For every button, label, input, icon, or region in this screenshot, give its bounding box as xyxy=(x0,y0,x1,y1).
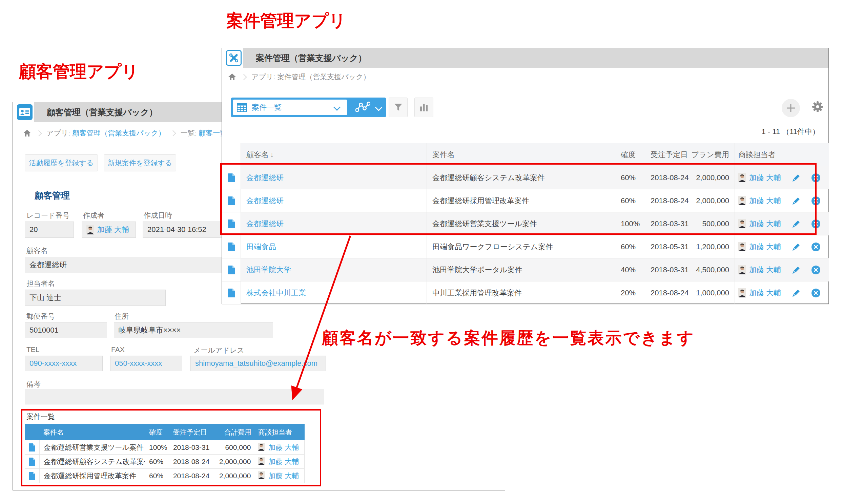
deal-table-row: 金都運総研 金都運総研採用管理改革案件 60% 2018-08-24 2,000… xyxy=(222,189,829,212)
date-cell: 2018-08-24 xyxy=(645,189,691,212)
owner-link[interactable]: 加藤 大輔 xyxy=(749,242,781,252)
owner-link[interactable]: 加藤 大輔 xyxy=(268,443,299,452)
edit-pencil-icon[interactable] xyxy=(792,173,801,182)
deal-list-title: 案件一覧 xyxy=(26,412,55,421)
customer-link[interactable]: 金都運総研 xyxy=(246,196,284,206)
home-icon[interactable] xyxy=(23,129,31,137)
screenshot-stage: 顧客管理（営業支援パック） アプリ: 顧客管理（営業支援パック） 一覧: 顧客一… xyxy=(0,0,843,504)
customer-name-label: 顧客名 xyxy=(26,246,48,255)
customer-link[interactable]: 田端食品 xyxy=(246,242,276,252)
edit-pencil-icon[interactable] xyxy=(792,265,801,274)
owner-link[interactable]: 加藤 大輔 xyxy=(749,265,781,275)
column-header-date[interactable]: 受注予定日 xyxy=(645,143,691,166)
delete-x-icon[interactable] xyxy=(811,173,821,183)
probability-cell: 100% xyxy=(615,212,645,235)
tel-link[interactable]: 090-xxxx-xxxx xyxy=(30,359,76,368)
record-number-label: レコード番号 xyxy=(26,211,70,220)
owner-link[interactable]: 加藤 大輔 xyxy=(268,457,299,466)
probability-cell: 60% xyxy=(615,235,645,258)
record-icon-cell[interactable] xyxy=(25,469,40,483)
customer-link[interactable]: 金都運総研 xyxy=(246,173,284,183)
chart-button[interactable] xyxy=(414,97,433,117)
edit-pencil-icon[interactable] xyxy=(792,288,801,298)
record-icon-cell[interactable] xyxy=(25,440,40,454)
contact-name-text: 下山 達士 xyxy=(30,293,61,303)
register-activity-button[interactable]: 活動履歴を登録する xyxy=(25,155,98,172)
edit-pencil-icon[interactable] xyxy=(792,242,801,251)
email-value: shimoyama_tatsuhito@example.com xyxy=(191,356,326,371)
actions-cell xyxy=(783,235,829,258)
cost-cell: 2,000,000 xyxy=(691,166,735,189)
cost-cell: 600,000 xyxy=(217,440,255,454)
delete-x-icon[interactable] xyxy=(811,196,821,205)
email-link[interactable]: shimoyama_tatsuhito@example.com xyxy=(195,359,318,368)
record-icon-cell[interactable] xyxy=(222,212,241,235)
record-icon-cell[interactable] xyxy=(25,454,40,468)
delete-x-icon[interactable] xyxy=(811,242,821,252)
delete-x-icon[interactable] xyxy=(811,288,821,298)
deal-table-row: 金都運総研 金都運総研営業支援ツール案件 100% 2018-03-31 500… xyxy=(222,212,829,235)
record-icon-cell[interactable] xyxy=(222,282,241,304)
column-header-customer[interactable]: 顧客名 ↓ xyxy=(241,143,427,166)
column-header-cost: 合計費用 xyxy=(217,424,255,440)
date-cell: 2018-08-24 xyxy=(169,469,217,483)
customer-link[interactable]: 金都運総研 xyxy=(246,219,284,229)
record-icon-cell[interactable] xyxy=(222,189,241,212)
probability-cell: 100% xyxy=(145,440,169,454)
probability-cell: 60% xyxy=(615,166,645,189)
home-icon[interactable] xyxy=(228,73,236,80)
creator-link[interactable]: 加藤 大輔 xyxy=(97,224,129,235)
cost-cell: 2,000,000 xyxy=(217,454,255,468)
register-deal-button[interactable]: 新規案件を登録する xyxy=(104,155,176,172)
customer-breadcrumb: アプリ: 顧客管理（営業支援パック） 一覧: 顧客一覧 レ xyxy=(23,126,250,140)
edit-pencil-icon[interactable] xyxy=(792,219,801,228)
record-icon-cell[interactable] xyxy=(222,258,241,281)
owner-link[interactable]: 加藤 大輔 xyxy=(749,196,781,206)
date-cell: 2018-05-31 xyxy=(645,235,691,258)
deal-app-icon[interactable] xyxy=(226,50,241,66)
address-value: 岐阜県岐阜市×××× xyxy=(114,322,273,338)
column-header-probability[interactable]: 確度 xyxy=(615,143,645,166)
deal-name-cell: 金都運総研顧客システム改革案件 xyxy=(40,454,145,468)
deal-name-cell: 金都運総研顧客システム改革案件 xyxy=(427,166,615,189)
settings-button[interactable] xyxy=(811,100,824,113)
record-icon-cell[interactable] xyxy=(222,235,241,258)
column-header-date: 受注予定日 xyxy=(169,424,217,440)
deal-app-title: 案件管理（営業支援パック） xyxy=(256,48,366,68)
edit-pencil-icon[interactable] xyxy=(792,196,801,205)
column-header-owner[interactable]: 商談担当者 xyxy=(735,143,783,166)
notes-value xyxy=(25,390,324,404)
column-header-deal[interactable]: 案件名 xyxy=(427,143,615,166)
cost-cell: 2,000,000 xyxy=(691,189,735,212)
graph-view-button[interactable] xyxy=(352,100,373,114)
delete-x-icon[interactable] xyxy=(811,265,821,275)
owner-link[interactable]: 加藤 大輔 xyxy=(749,219,781,229)
user-avatar xyxy=(258,443,266,452)
zip-label: 郵便番号 xyxy=(26,312,55,321)
fax-link[interactable]: 050-xxxx-xxxx xyxy=(115,359,162,368)
chevron-down-icon[interactable] xyxy=(375,104,382,111)
customer-link[interactable]: 池田学院大学 xyxy=(246,265,291,275)
owner-cell: 加藤 大輔 xyxy=(255,454,304,468)
chevron-right-icon xyxy=(240,74,247,80)
view-selector-dropdown[interactable]: 案件一覧 xyxy=(233,100,347,115)
owner-cell: 加藤 大輔 xyxy=(735,282,783,304)
filter-button[interactable] xyxy=(389,97,408,117)
column-header-customer-label: 顧客名 xyxy=(246,150,269,160)
customer-cell: 株式会社中川工業 xyxy=(241,282,427,304)
owner-link[interactable]: 加藤 大輔 xyxy=(749,173,781,183)
customer-link[interactable]: 株式会社中川工業 xyxy=(246,288,306,298)
customer-app-icon[interactable] xyxy=(17,104,33,120)
add-record-button[interactable] xyxy=(782,99,800,117)
chevron-down-icon xyxy=(334,104,341,111)
column-header-actions xyxy=(783,143,829,166)
record-icon-cell[interactable] xyxy=(222,166,241,189)
column-header-cost[interactable]: プラン費用 xyxy=(691,143,735,166)
table-grid-icon xyxy=(237,103,247,112)
owner-link[interactable]: 加藤 大輔 xyxy=(749,288,781,298)
breadcrumb-app-link[interactable]: 顧客管理（営業支援パック） xyxy=(72,129,165,137)
annotation-customer-app-title: 顧客管理アプリ xyxy=(19,60,139,83)
actions-cell xyxy=(783,212,829,235)
owner-link[interactable]: 加藤 大輔 xyxy=(268,471,299,481)
delete-x-icon[interactable] xyxy=(811,219,821,229)
